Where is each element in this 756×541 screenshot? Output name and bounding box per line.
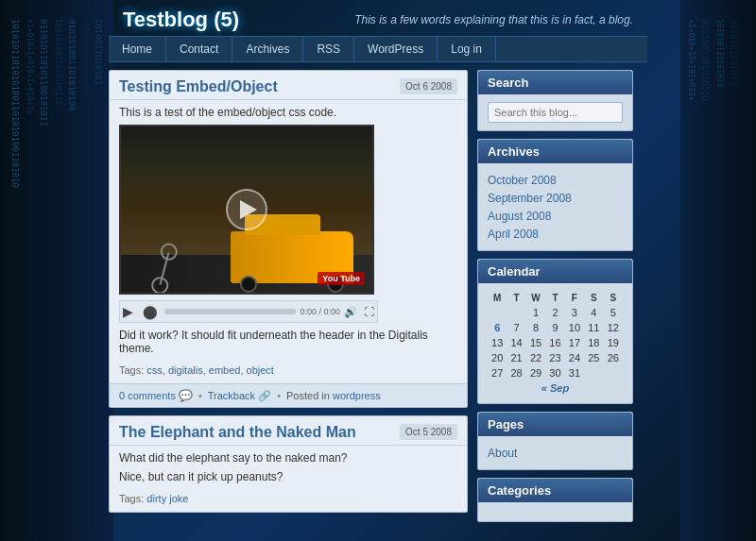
cal-day [507,305,525,320]
categories-widget-title: Categories [478,479,632,502]
nav-rss[interactable]: RSS [303,37,354,61]
post-card-2: The Elephant and the Naked Man Oct 5 200… [109,415,468,513]
cyclist [163,252,165,285]
site-header: Testblog (5) This is a few words explain… [109,0,647,36]
list-item: September 2008 [488,189,623,207]
cal-th-f: F [565,291,584,305]
cal-day-link[interactable]: 6 [494,322,500,333]
cal-th-t: T [507,291,525,305]
cal-day: 1 [526,305,545,320]
post-header-2: The Elephant and the Naked Man Oct 5 200… [110,416,467,446]
post-date-month: Oct 6 [405,81,428,92]
pages-widget-body: About [478,436,632,469]
archives-widget-body: October 2008 September 2008 August 2008 … [478,163,632,250]
post-date-year: 2008 [431,81,452,92]
cal-day: 22 [526,350,545,365]
cal-day [488,305,507,320]
comments-link[interactable]: 0 comments 💬 [119,389,193,402]
play-icon [240,200,257,219]
cal-day: 10 [565,320,584,335]
site-title: Testblog (5) [123,8,239,32]
post-header: Testing Embed/Object Oct 6 2008 [110,71,467,100]
nav-contact[interactable]: Contact [166,37,232,61]
page-link-about[interactable]: About [488,447,517,460]
tag-object[interactable]: object [247,364,274,376]
time-display: 0:00 / 0:00 [300,307,340,316]
cal-day: 30 [545,365,564,380]
comments-count: 0 comments [119,390,176,401]
tag-embed[interactable]: embed [209,364,241,376]
cal-day [604,365,623,380]
cal-day: 28 [507,365,525,380]
nav-login[interactable]: Log in [438,37,496,61]
archive-link-aug08[interactable]: August 2008 [488,210,551,223]
video-controls: ▶ ⬤ 0:00 / 0:00 🔊 ⛶ [119,300,378,323]
post-date: Oct 6 2008 [400,78,457,94]
cal-day: 31 [565,365,584,380]
posts-column: Testing Embed/Object Oct 6 2008 This is … [109,70,468,530]
search-widget: Search [477,70,633,131]
pages-widget: Pages About [477,412,633,470]
nav-archives[interactable]: Archives [232,37,303,61]
post-line-2: Nice, but can it pick up peanuts? [119,470,457,483]
stop-button[interactable]: ⬤ [140,304,161,319]
cal-day: 14 [507,335,525,350]
archive-link-apr08[interactable]: April 2008 [488,228,539,241]
cal-th-s: S [584,291,603,305]
list-item: October 2008 [488,171,623,189]
cal-day: 12 [604,320,623,335]
comment-icon: 💬 [179,389,193,402]
list-item: About [488,444,623,462]
tag-dirty-joke[interactable]: dirty joke [146,493,188,504]
search-input[interactable] [488,102,623,123]
trackback-icon: 🔗 [258,390,271,401]
right-decoration: +1+010+10+101+010+ 0101001101010100 1010… [680,0,756,541]
fullscreen-button[interactable]: ⛶ [361,306,377,317]
cal-day: 13 [488,335,507,350]
post-title[interactable]: Testing Embed/Object [119,78,278,95]
nav-wordpress[interactable]: WordPress [354,37,438,61]
search-widget-body [478,94,632,130]
pages-list: About [488,444,623,462]
category-link[interactable]: wordpress [333,390,381,401]
archive-link-oct08[interactable]: October 2008 [488,174,557,187]
archive-link-sep08[interactable]: September 2008 [488,192,572,205]
progress-bar[interactable] [164,309,296,314]
sidebar: Search Archives October 2008 September 2… [477,70,633,530]
cal-day: 6 [488,320,507,335]
cal-day: 26 [604,350,623,365]
trackback-link[interactable]: Trackback 🔗 [208,390,271,402]
cal-day: 8 [526,320,545,335]
video-embed[interactable]: You Tube [119,125,374,295]
cal-day: 15 [526,335,545,350]
tag-digitalis[interactable]: digitalis [168,364,203,376]
tag-css[interactable]: css [146,364,163,376]
main-wrapper: Testblog (5) This is a few words explain… [109,0,647,530]
post-content: This is a test of the embed/object css c… [110,100,467,383]
post-title-2[interactable]: The Elephant and the Naked Man [119,424,356,441]
cal-day: 7 [507,320,525,335]
cal-th-m: M [488,291,507,305]
cal-day: 9 [545,320,564,335]
cal-day: 18 [584,335,603,350]
cal-nav-row: « Sep [488,380,623,396]
cal-day: 5 [604,305,623,320]
archives-widget-title: Archives [478,140,632,163]
play-button[interactable] [226,189,267,230]
content-area: Testing Embed/Object Oct 6 2008 This is … [109,62,647,530]
archives-widget: Archives October 2008 September 2008 Aug… [477,139,633,251]
footer-separator: • [198,390,202,401]
cal-day: 20 [488,350,507,365]
calendar-widget: Calendar M T W T F S S [477,259,633,404]
nav-home[interactable]: Home [109,37,166,61]
cal-day: 4 [584,305,603,320]
cal-prev-nav[interactable]: « Sep [488,380,623,396]
categories-widget-body [478,502,632,521]
cal-prev-link[interactable]: « Sep [541,382,569,394]
post-tags-2: Tags: dirty joke [119,489,457,506]
cal-th-s2: S [604,291,623,305]
calendar-table: M T W T F S S [488,291,623,396]
cal-day: 23 [545,350,564,365]
volume-button[interactable]: 🔊 [344,306,357,318]
play-pause-button[interactable]: ▶ [120,304,136,319]
